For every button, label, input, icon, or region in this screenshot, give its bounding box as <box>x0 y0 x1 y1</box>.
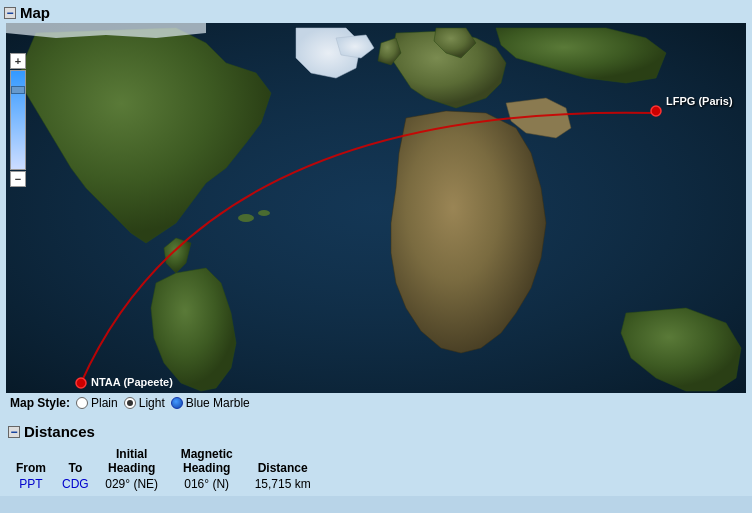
svg-point-3 <box>258 210 270 216</box>
cell-initial-heading: 029° (NE) <box>97 476 167 492</box>
col-header-initial: InitialHeading <box>97 446 167 476</box>
map-collapse-button[interactable]: − <box>4 7 16 19</box>
zoom-out-button[interactable]: − <box>10 171 26 187</box>
distances-collapse-button[interactable]: − <box>8 426 20 438</box>
table-row: PPT CDG 029° (NE) 016° (N) 15,715 km <box>8 476 319 492</box>
map-title: Map <box>20 4 50 21</box>
map-style-label: Map Style: <box>10 396 70 410</box>
distances-header-row: From To InitialHeading MagneticHeading D… <box>8 446 319 476</box>
col-header-distance: Distance <box>247 446 319 476</box>
style-light-radio[interactable] <box>124 397 136 409</box>
zoom-controls: + − <box>10 53 26 187</box>
style-light-label: Light <box>139 396 165 410</box>
map-svg: LFPG (Paris) NTAA (Papeete) <box>6 23 746 393</box>
zoom-bar[interactable] <box>10 70 26 170</box>
style-plain-radio[interactable] <box>76 397 88 409</box>
zoom-in-button[interactable]: + <box>10 53 26 69</box>
distances-title: Distances <box>24 423 95 440</box>
distances-section: − Distances From To InitialHeading Magne… <box>0 417 752 496</box>
col-header-magnetic: MagneticHeading <box>167 446 247 476</box>
from-link[interactable]: PPT <box>19 477 42 491</box>
zoom-handle[interactable] <box>11 86 25 94</box>
cell-from: PPT <box>8 476 54 492</box>
col-header-from: From <box>8 446 54 476</box>
map-style-bar: Map Style: Plain Light Blue Marble <box>4 393 748 413</box>
style-bluemarble-label: Blue Marble <box>186 396 250 410</box>
style-bluemarble-option[interactable]: Blue Marble <box>171 396 250 410</box>
svg-point-2 <box>238 214 254 222</box>
globe-icon <box>171 397 183 409</box>
map-header: − Map <box>4 2 748 23</box>
svg-text:LFPG (Paris): LFPG (Paris) <box>666 95 733 107</box>
style-light-option[interactable]: Light <box>124 396 165 410</box>
style-plain-option[interactable]: Plain <box>76 396 118 410</box>
cell-magnetic-heading: 016° (N) <box>167 476 247 492</box>
map-container[interactable]: LFPG (Paris) NTAA (Papeete) + − <box>6 23 746 393</box>
svg-point-5 <box>651 106 661 116</box>
distances-header: − Distances <box>8 421 744 442</box>
map-background: LFPG (Paris) NTAA (Papeete) <box>6 23 746 393</box>
cell-to: CDG <box>54 476 97 492</box>
svg-text:NTAA (Papeete): NTAA (Papeete) <box>91 376 173 388</box>
cell-distance: 15,715 km <box>247 476 319 492</box>
map-section: − Map <box>0 0 752 417</box>
to-link[interactable]: CDG <box>62 477 89 491</box>
col-header-to: To <box>54 446 97 476</box>
style-light-radio-dot <box>127 400 133 406</box>
distances-table: From To InitialHeading MagneticHeading D… <box>8 446 319 492</box>
style-plain-label: Plain <box>91 396 118 410</box>
svg-point-4 <box>76 378 86 388</box>
